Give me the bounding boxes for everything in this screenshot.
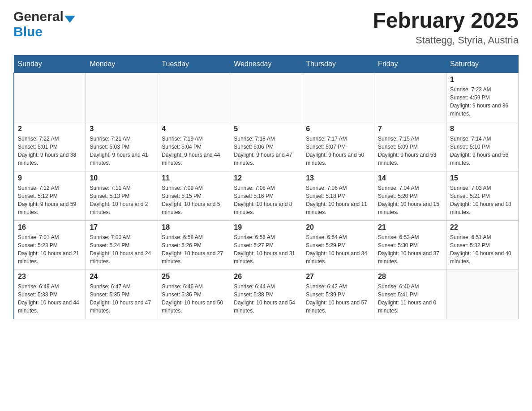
calendar-day-cell: 21Sunrise: 6:53 AMSunset: 5:30 PMDayligh…	[374, 220, 446, 270]
calendar-day-cell: 7Sunrise: 7:15 AMSunset: 5:09 PMDaylight…	[374, 122, 446, 171]
calendar-week-row: 2Sunrise: 7:22 AMSunset: 5:01 PMDaylight…	[14, 122, 519, 171]
calendar-day-cell: 12Sunrise: 7:08 AMSunset: 5:16 PMDayligh…	[230, 171, 302, 220]
weekday-header-wednesday: Wednesday	[230, 55, 302, 73]
calendar-day-cell: 16Sunrise: 7:01 AMSunset: 5:23 PMDayligh…	[14, 220, 86, 270]
calendar-day-cell: 23Sunrise: 6:49 AMSunset: 5:33 PMDayligh…	[14, 270, 86, 319]
calendar-day-cell: 26Sunrise: 6:44 AMSunset: 5:38 PMDayligh…	[230, 270, 302, 319]
day-number: 14	[378, 174, 442, 182]
day-info: Sunrise: 6:44 AMSunset: 5:38 PMDaylight:…	[234, 283, 298, 315]
day-number: 5	[234, 125, 298, 133]
calendar-day-cell: 1Sunrise: 7:23 AMSunset: 4:59 PMDaylight…	[446, 73, 519, 122]
day-info: Sunrise: 6:47 AMSunset: 5:35 PMDaylight:…	[90, 283, 154, 315]
day-number: 4	[162, 125, 226, 133]
day-info: Sunrise: 7:06 AMSunset: 5:18 PMDaylight:…	[306, 184, 370, 216]
day-number: 2	[18, 125, 82, 133]
calendar-day-cell: 20Sunrise: 6:54 AMSunset: 5:29 PMDayligh…	[302, 220, 374, 270]
calendar-day-cell: 2Sunrise: 7:22 AMSunset: 5:01 PMDaylight…	[14, 122, 86, 171]
day-number: 6	[306, 125, 370, 133]
day-number: 13	[306, 174, 370, 182]
calendar-day-cell: 22Sunrise: 6:51 AMSunset: 5:32 PMDayligh…	[446, 220, 519, 270]
calendar-day-cell: 10Sunrise: 7:11 AMSunset: 5:13 PMDayligh…	[86, 171, 158, 220]
calendar-day-cell: 3Sunrise: 7:21 AMSunset: 5:03 PMDaylight…	[86, 122, 158, 171]
day-info: Sunrise: 7:17 AMSunset: 5:07 PMDaylight:…	[306, 135, 370, 167]
weekday-header-tuesday: Tuesday	[158, 55, 230, 73]
day-number: 23	[18, 273, 82, 281]
calendar-day-cell: 11Sunrise: 7:09 AMSunset: 5:15 PMDayligh…	[158, 171, 230, 220]
day-number: 10	[90, 174, 154, 182]
calendar-body: 1Sunrise: 7:23 AMSunset: 4:59 PMDaylight…	[14, 73, 519, 319]
calendar-day-cell: 19Sunrise: 6:56 AMSunset: 5:27 PMDayligh…	[230, 220, 302, 270]
logo-blue-text: Blue	[13, 24, 43, 39]
day-info: Sunrise: 7:18 AMSunset: 5:06 PMDaylight:…	[234, 135, 298, 167]
logo: General Blue	[13, 9, 75, 39]
day-number: 25	[162, 273, 226, 281]
calendar-day-cell: 17Sunrise: 7:00 AMSunset: 5:24 PMDayligh…	[86, 220, 158, 270]
day-number: 26	[234, 273, 298, 281]
day-number: 11	[162, 174, 226, 182]
day-number: 1	[450, 76, 515, 84]
day-info: Sunrise: 7:01 AMSunset: 5:23 PMDaylight:…	[18, 233, 82, 265]
day-info: Sunrise: 7:09 AMSunset: 5:15 PMDaylight:…	[162, 184, 226, 216]
day-number: 12	[234, 174, 298, 182]
calendar-table: SundayMondayTuesdayWednesdayThursdayFrid…	[13, 55, 519, 319]
day-number: 17	[90, 223, 154, 231]
calendar-header: SundayMondayTuesdayWednesdayThursdayFrid…	[14, 55, 519, 73]
day-number: 28	[378, 273, 442, 281]
day-info: Sunrise: 6:40 AMSunset: 5:41 PMDaylight:…	[378, 283, 442, 315]
calendar-day-cell: 28Sunrise: 6:40 AMSunset: 5:41 PMDayligh…	[374, 270, 446, 319]
day-info: Sunrise: 7:11 AMSunset: 5:13 PMDaylight:…	[90, 184, 154, 216]
calendar-day-cell	[230, 73, 302, 122]
calendar-day-cell: 8Sunrise: 7:14 AMSunset: 5:10 PMDaylight…	[446, 122, 519, 171]
calendar-day-cell: 4Sunrise: 7:19 AMSunset: 5:04 PMDaylight…	[158, 122, 230, 171]
calendar-day-cell: 14Sunrise: 7:04 AMSunset: 5:20 PMDayligh…	[374, 171, 446, 220]
calendar-day-cell: 25Sunrise: 6:46 AMSunset: 5:36 PMDayligh…	[158, 270, 230, 319]
weekday-header-friday: Friday	[374, 55, 446, 73]
day-info: Sunrise: 7:00 AMSunset: 5:24 PMDaylight:…	[90, 233, 154, 265]
day-info: Sunrise: 7:08 AMSunset: 5:16 PMDaylight:…	[234, 184, 298, 216]
calendar-day-cell: 27Sunrise: 6:42 AMSunset: 5:39 PMDayligh…	[302, 270, 374, 319]
day-info: Sunrise: 7:04 AMSunset: 5:20 PMDaylight:…	[378, 184, 442, 216]
calendar-day-cell	[446, 270, 519, 319]
day-info: Sunrise: 6:56 AMSunset: 5:27 PMDaylight:…	[234, 233, 298, 265]
logo-triangle-icon	[64, 16, 75, 23]
day-info: Sunrise: 6:54 AMSunset: 5:29 PMDaylight:…	[306, 233, 370, 265]
day-info: Sunrise: 6:58 AMSunset: 5:26 PMDaylight:…	[162, 233, 226, 265]
day-info: Sunrise: 6:49 AMSunset: 5:33 PMDaylight:…	[18, 283, 82, 315]
month-title: February 2025	[373, 9, 519, 33]
weekday-header-monday: Monday	[86, 55, 158, 73]
calendar-day-cell: 6Sunrise: 7:17 AMSunset: 5:07 PMDaylight…	[302, 122, 374, 171]
calendar-day-cell: 13Sunrise: 7:06 AMSunset: 5:18 PMDayligh…	[302, 171, 374, 220]
page-header: General Blue February 2025 Stattegg, Sty…	[13, 9, 519, 46]
day-info: Sunrise: 7:03 AMSunset: 5:21 PMDaylight:…	[450, 184, 515, 216]
title-block: February 2025 Stattegg, Styria, Austria	[373, 9, 519, 46]
day-info: Sunrise: 7:21 AMSunset: 5:03 PMDaylight:…	[90, 135, 154, 167]
day-info: Sunrise: 6:42 AMSunset: 5:39 PMDaylight:…	[306, 283, 370, 315]
calendar-week-row: 1Sunrise: 7:23 AMSunset: 4:59 PMDaylight…	[14, 73, 519, 122]
calendar-day-cell	[86, 73, 158, 122]
day-number: 27	[306, 273, 370, 281]
day-info: Sunrise: 7:14 AMSunset: 5:10 PMDaylight:…	[450, 135, 515, 167]
day-info: Sunrise: 7:15 AMSunset: 5:09 PMDaylight:…	[378, 135, 442, 167]
calendar-day-cell	[302, 73, 374, 122]
calendar-day-cell	[14, 73, 86, 122]
day-number: 16	[18, 223, 82, 231]
day-number: 7	[378, 125, 442, 133]
calendar-week-row: 16Sunrise: 7:01 AMSunset: 5:23 PMDayligh…	[14, 220, 519, 270]
calendar-week-row: 9Sunrise: 7:12 AMSunset: 5:12 PMDaylight…	[14, 171, 519, 220]
day-info: Sunrise: 6:51 AMSunset: 5:32 PMDaylight:…	[450, 233, 515, 265]
calendar-day-cell	[158, 73, 230, 122]
location-title: Stattegg, Styria, Austria	[373, 34, 519, 46]
logo-general-text: General	[13, 9, 64, 24]
calendar-day-cell	[374, 73, 446, 122]
day-info: Sunrise: 7:12 AMSunset: 5:12 PMDaylight:…	[18, 184, 82, 216]
weekday-header-sunday: Sunday	[14, 55, 86, 73]
day-number: 21	[378, 223, 442, 231]
calendar-day-cell: 5Sunrise: 7:18 AMSunset: 5:06 PMDaylight…	[230, 122, 302, 171]
day-number: 15	[450, 174, 515, 182]
weekday-header-thursday: Thursday	[302, 55, 374, 73]
day-number: 8	[450, 125, 515, 133]
calendar-day-cell: 15Sunrise: 7:03 AMSunset: 5:21 PMDayligh…	[446, 171, 519, 220]
calendar-day-cell: 9Sunrise: 7:12 AMSunset: 5:12 PMDaylight…	[14, 171, 86, 220]
day-info: Sunrise: 6:53 AMSunset: 5:30 PMDaylight:…	[378, 233, 442, 265]
day-number: 18	[162, 223, 226, 231]
